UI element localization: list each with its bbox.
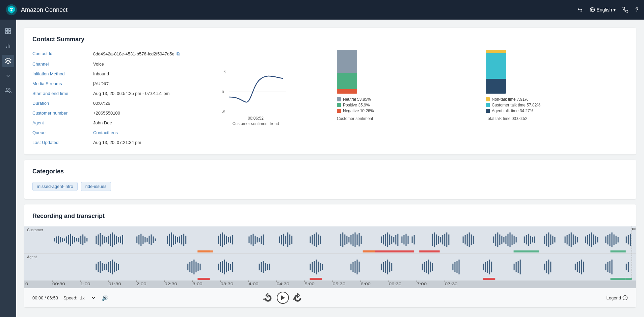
help-icon[interactable]: ? [635,7,639,13]
svg-rect-255 [485,262,486,272]
svg-rect-205 [187,264,188,270]
svg-rect-152 [528,234,529,246]
svg-rect-5 [6,32,8,34]
svg-rect-61 [173,235,174,245]
agent-waveform-svg [24,253,636,281]
svg-rect-95 [318,235,319,245]
play-button[interactable] [277,292,289,304]
svg-rect-60 [171,233,172,247]
svg-rect-233 [350,264,351,270]
svg-text:04:30: 04:30 [276,282,289,286]
svg-rect-113 [391,236,392,244]
svg-rect-183 [626,237,627,243]
queue-link[interactable]: ContactLens [93,130,118,135]
forward-button[interactable]: 10 [293,293,302,302]
svg-rect-115 [395,235,396,245]
svg-rect-220 [259,264,260,270]
svg-rect-151 [526,235,527,245]
sidebar [0,20,16,317]
svg-rect-131 [448,235,449,245]
svg-rect-270 [581,260,582,274]
svg-rect-123 [432,234,433,246]
customer-sentiment-bar [337,50,357,94]
svg-rect-22 [70,234,71,246]
svg-rect-254 [483,264,484,270]
svg-rect-129 [444,234,445,246]
legend-button[interactable]: Legend [607,295,628,300]
svg-rect-250 [452,264,453,270]
svg-rect-85 [281,235,282,245]
copy-contact-id-button[interactable]: ⧉ [177,51,180,57]
contact-info: Contact Id 8dd4942a-818e-4531-b576-fcd2f… [32,50,181,146]
svg-rect-120 [408,236,409,244]
svg-rect-47 [419,250,439,252]
svg-rect-232 [322,264,323,270]
svg-rect-157 [546,234,547,246]
svg-rect-37 [108,236,109,244]
bar-agent-talk [486,79,506,94]
talktime-area: Non-talk time 7.91% Customer talk time 5… [479,50,628,146]
sidebar-item-layers[interactable] [2,55,14,67]
svg-rect-175 [597,237,598,243]
waveform-container: Customer [24,226,636,288]
svg-rect-105 [357,235,358,245]
svg-rect-92 [312,235,313,245]
svg-rect-282 [626,278,632,280]
svg-rect-41 [116,236,117,244]
svg-rect-3 [6,29,8,31]
topnav: Amazon Connect English ▾ ? [0,0,644,20]
svg-rect-279 [310,278,322,280]
svg-rect-200 [110,261,111,273]
value-initiation-method: Inbound [93,70,181,78]
label-duration: Duration [32,99,93,107]
svg-rect-261 [518,261,519,273]
svg-rect-148 [514,236,515,244]
svg-rect-219 [232,262,233,272]
svg-rect-245 [424,262,425,272]
svg-rect-96 [320,236,321,244]
sidebar-item-chart[interactable] [2,40,14,52]
legend-label: Legend [607,295,621,300]
bar-positive [337,73,357,89]
svg-rect-243 [391,263,392,271]
svg-rect-239 [383,262,384,272]
svg-rect-42 [118,237,119,243]
svg-rect-6 [9,32,11,34]
svg-rect-266 [550,262,551,272]
language-selector[interactable]: English ▾ [590,7,616,13]
category-badge-ride-issues: ride-issues [81,182,111,191]
layers-icon [5,57,11,64]
svg-rect-118 [403,235,404,245]
svg-rect-228 [314,261,315,273]
talktime-legend: Non-talk time 7.91% Customer talk time 5… [486,97,540,114]
speed-select[interactable]: 1x 1.25x 1.5x 2x [79,295,96,301]
sidebar-item-arrow[interactable] [2,70,14,82]
svg-text:02:30: 02:30 [164,282,177,286]
svg-rect-225 [269,264,270,270]
svg-rect-280 [483,278,495,280]
svg-text:00:30: 00:30 [52,282,65,286]
volume-icon[interactable]: 🔊 [102,295,108,301]
rewind-button[interactable]: 10 [263,293,273,302]
svg-rect-207 [191,261,192,273]
contact-summary-card: Contact Summary Contact Id 8dd4942a-818e… [24,28,636,154]
sidebar-item-users[interactable] [2,84,14,97]
export-icon[interactable] [577,7,583,13]
customer-waveform-row: Customer [24,226,636,253]
categories-card: Categories missed-agent-intro ride-issue… [24,160,636,199]
legend-positive: Positive 35.9% [337,103,374,107]
sidebar-item-grid[interactable] [2,25,14,37]
svg-rect-88 [287,233,288,247]
grid-icon [5,28,11,34]
svg-rect-262 [520,260,521,274]
svg-rect-56 [153,237,154,243]
svg-rect-216 [226,262,227,272]
svg-rect-147 [512,235,513,245]
svg-rect-162 [565,237,566,243]
svg-rect-108 [381,237,382,243]
phone-icon[interactable] [622,7,628,13]
svg-rect-79 [255,236,256,244]
svg-rect-212 [218,264,219,270]
svg-text:1:00: 1:00 [80,282,90,286]
svg-rect-247 [428,260,429,274]
